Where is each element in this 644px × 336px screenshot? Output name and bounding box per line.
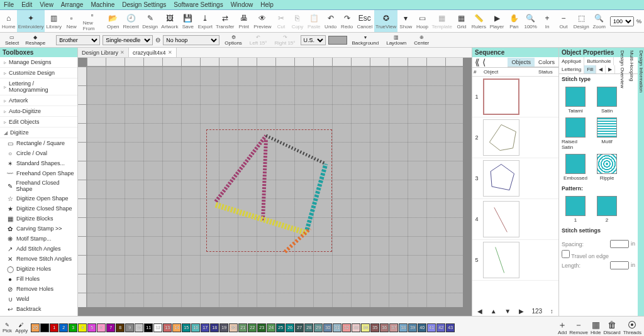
ribbon-undo[interactable]: ↶Undo — [323, 10, 339, 32]
ribbon-cut[interactable]: ✂Cut — [273, 10, 289, 32]
seq-nav-btn[interactable]: ▲ — [491, 308, 497, 315]
ribbon-new-from[interactable]: ▫New From — [80, 10, 105, 32]
color-swatch[interactable]: 41 — [427, 323, 436, 332]
ribbon-new[interactable]: ▫New — [64, 10, 80, 32]
laydown-btn[interactable]: ▥Laydown — [384, 35, 409, 46]
color-swatch[interactable]: 3 — [69, 323, 77, 332]
seq-nav-btn[interactable]: ◀ — [477, 308, 482, 315]
color-swatch[interactable]: 17 — [201, 323, 209, 332]
digitize-remove-stitch-angles[interactable]: ✕Remove Stitch Angles — [4, 254, 77, 264]
ribbon-show[interactable]: ▾Show — [397, 10, 414, 32]
colorbar-remove[interactable]: －Remove — [569, 320, 588, 335]
color-swatch[interactable]: 25 — [276, 323, 285, 332]
stitch-type-ripple[interactable]: Ripple — [593, 154, 621, 181]
seq-nav-btn[interactable]: ▼ — [504, 308, 511, 315]
travel-checkbox[interactable] — [562, 250, 570, 258]
color-swatch[interactable]: 9 — [125, 323, 134, 332]
digitize-digitize-open-shape[interactable]: ☆Digitize Open Shape — [4, 193, 77, 203]
ribbon-home[interactable]: ⌂Home — [0, 10, 17, 32]
colorbar-threads[interactable]: ⦿Threads — [623, 320, 641, 335]
stitch-type-raised-satin[interactable]: Raised Satin — [562, 117, 589, 150]
color-swatch[interactable]: 29 — [314, 323, 323, 332]
ribbon-transfer[interactable]: ⇄Transfer — [214, 10, 236, 32]
color-swatch[interactable]: 14 — [172, 323, 181, 332]
seq-nav-btn[interactable]: ▶ — [519, 308, 524, 315]
digitize-carving-stamp-[interactable]: ✿Carving Stamp >> — [4, 224, 77, 234]
ribbon-design[interactable]: ⬚Design — [572, 10, 591, 32]
stitch-type-tatami[interactable]: Tatami — [562, 87, 589, 114]
ribbon-cancel[interactable]: EscCancel — [355, 10, 374, 32]
needle-select[interactable]: Single-needle — [103, 35, 153, 45]
digitize-digitize-blocks[interactable]: ▦Digitize Blocks — [4, 214, 77, 224]
digitize-remove-holes[interactable]: ⊘Remove Holes — [4, 284, 77, 294]
color-swatch[interactable]: 24 — [267, 323, 275, 332]
menu-edit[interactable]: Edit — [21, 1, 32, 8]
tool-select[interactable]: ▭Select — [3, 35, 21, 46]
ribbon-grid[interactable]: ▦Grid — [453, 10, 470, 32]
tab-design-library[interactable]: Design Library✕ — [78, 48, 129, 57]
ribbon-100%[interactable]: 🔍100% — [522, 10, 539, 32]
color-swatch[interactable]: 34 — [361, 323, 370, 332]
pattern-2[interactable]: 2 — [593, 196, 621, 223]
menu-file[interactable]: File — [4, 1, 14, 8]
ribbon-design[interactable]: ✎Design — [140, 10, 159, 32]
hoop-select[interactable]: No hoop — [163, 35, 219, 45]
units-select[interactable]: U.S. — [301, 35, 326, 45]
toolbox-edit-objects[interactable]: ▹Edit Objects — [0, 117, 77, 127]
menu-view[interactable]: View — [40, 1, 53, 8]
digitize-weld[interactable]: ∪Weld — [4, 294, 77, 304]
ribbon-paste[interactable]: 📋Paste — [306, 10, 323, 32]
menu-window[interactable]: Window — [231, 1, 253, 8]
tab-crazyquilt4x4[interactable]: crazyquilt4x4✕ — [129, 48, 177, 57]
color-swatch[interactable]: 37 — [389, 323, 398, 332]
color-swatch[interactable]: 35 — [370, 323, 379, 332]
colorbar-add[interactable]: ＋Add — [558, 320, 567, 335]
ribbon-out[interactable]: −Out — [555, 10, 572, 32]
ribbon-preview[interactable]: 👁Preview — [252, 10, 273, 32]
color-swatch[interactable]: 1 — [50, 323, 58, 332]
toolbox-lettering-monogramming[interactable]: ▹Lettering / Monogramming — [0, 79, 77, 95]
seq-nav-btn[interactable]: 123 — [531, 308, 542, 315]
color-swatch[interactable]: 18 — [210, 323, 219, 332]
zoom-select[interactable]: 100 — [610, 16, 634, 26]
ribbon-artwork[interactable]: 🖼Artwork — [160, 10, 180, 32]
digitize-freehand-open-shape[interactable]: 〰Freehand Open Shape — [4, 168, 77, 178]
sequence-item-5[interactable]: 5 — [472, 240, 558, 281]
digitize-fill-holes[interactable]: ●Fill Holes — [4, 274, 77, 284]
bg-color-swatch[interactable] — [328, 36, 347, 45]
close-icon[interactable]: ✕ — [120, 50, 125, 55]
color-swatch[interactable]: 11 — [144, 323, 153, 332]
digitize-add-stitch-angles[interactable]: ↗Add Stitch Angles — [4, 244, 77, 254]
canvas[interactable] — [78, 58, 472, 316]
menu-help[interactable]: Help — [260, 1, 274, 8]
close-icon[interactable]: ✕ — [168, 50, 172, 55]
sequence-item-1[interactable]: 1 — [472, 77, 558, 117]
right-docked-tabs[interactable]: Design InformationMulti-HoopingDesign Ov… — [638, 48, 644, 316]
pattern-1[interactable]: 1 — [562, 196, 589, 223]
background-btn[interactable]: ▾Background — [350, 35, 382, 46]
dock-tab-design-information[interactable]: Design Information — [638, 50, 644, 313]
color-swatch[interactable]: 31 — [333, 323, 341, 332]
color-swatch[interactable]: 4 — [78, 323, 87, 332]
rotate-left[interactable]: ↶Left 15° — [247, 35, 270, 46]
seq-nav-btn[interactable]: ↕ — [550, 308, 553, 315]
color-swatch[interactable]: 26 — [286, 323, 294, 332]
center-btn[interactable]: ⊕Center — [411, 35, 431, 46]
tool-reshape[interactable]: ◆Reshape — [23, 35, 48, 46]
ribbon-pan[interactable]: ✋Pan — [506, 10, 522, 32]
ribbon-hoop[interactable]: ▭Hoop — [414, 10, 431, 32]
seq-prev-icon[interactable]: ⟨ — [482, 57, 486, 67]
color-swatch[interactable]: 16 — [191, 323, 200, 332]
ribbon-trueview[interactable]: ✪TrueView — [374, 10, 397, 32]
color-swatch[interactable]: 22 — [248, 323, 257, 332]
menu-arrange[interactable]: Arrange — [61, 1, 84, 8]
stitch-type-motif[interactable]: Motif — [593, 117, 621, 150]
seq-tab-colors[interactable]: Colors — [535, 58, 558, 67]
toolbox-digitize[interactable]: ◢Digitize — [0, 127, 77, 138]
stitch-type-satin[interactable]: Satin — [593, 87, 621, 114]
ribbon-recent[interactable]: 🕘Recent — [121, 10, 141, 32]
rotate-right[interactable]: ↷Right 15° — [272, 35, 298, 46]
menu-software settings[interactable]: Software Settings — [174, 1, 223, 8]
digitize-freehand-closed-shape[interactable]: ✎Freehand Closed Shape — [4, 178, 77, 193]
ribbon-library[interactable]: ▥Library — [45, 10, 64, 32]
